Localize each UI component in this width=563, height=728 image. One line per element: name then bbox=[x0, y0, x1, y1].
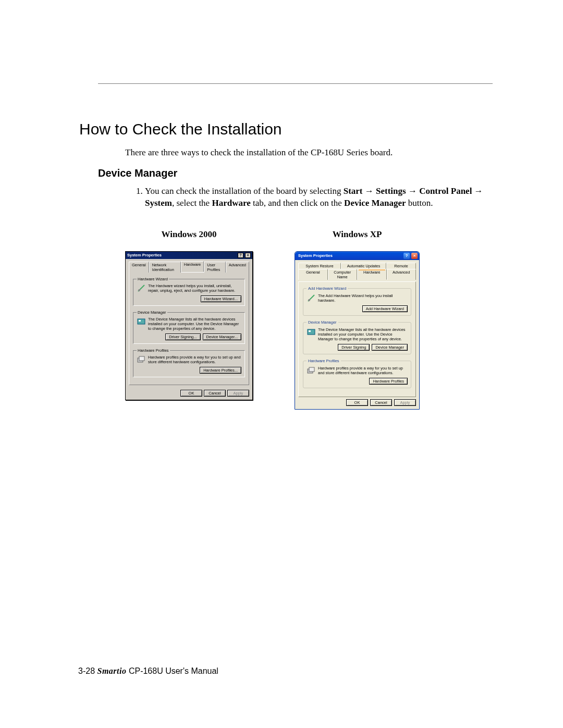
page-footer: 3-28 Smartio CP-168U User's Manual bbox=[78, 667, 218, 676]
hardware-profiles-button[interactable]: Hardware Profiles bbox=[369, 378, 408, 385]
legend-hardware-profiles: Hardware Profiles bbox=[137, 348, 170, 353]
hardware-tab-name: Hardware bbox=[212, 198, 250, 208]
tab-system-restore[interactable]: System Restore bbox=[298, 263, 341, 269]
profiles-icon bbox=[137, 355, 146, 364]
legend-hardware-wizard: Hardware Wizard bbox=[137, 277, 169, 281]
heading-main: How to Check the Installation bbox=[79, 120, 493, 138]
svg-rect-4 bbox=[139, 356, 144, 361]
tab-remote[interactable]: Remote bbox=[386, 263, 416, 269]
device-manager-text: The Device Manager lists all the hardwar… bbox=[148, 317, 241, 331]
path-system: System bbox=[145, 198, 172, 208]
column-heading-winxp: Windows XP bbox=[295, 229, 420, 240]
profiles-icon bbox=[307, 366, 316, 375]
svg-rect-7 bbox=[309, 330, 311, 332]
text-fragment: , select the bbox=[172, 198, 212, 208]
group-device-manager: Device Manager The Device Manager lists … bbox=[133, 310, 245, 344]
group-hardware-wizard: Hardware Wizard The Hardware wizard help… bbox=[133, 277, 245, 306]
group-hardware-profiles: Hardware Profiles Hardware profiles prov… bbox=[303, 359, 411, 388]
hardware-profiles-text: Hardware profiles provide a way for you … bbox=[148, 355, 241, 364]
svg-rect-2 bbox=[139, 320, 141, 322]
close-icon[interactable]: × bbox=[245, 253, 251, 258]
svg-rect-9 bbox=[309, 367, 314, 372]
window-title: System Properties bbox=[298, 253, 333, 258]
hardware-profiles-button[interactable]: Hardware Profiles... bbox=[200, 367, 241, 374]
legend-hardware-profiles: Hardware Profiles bbox=[307, 359, 341, 363]
hardware-wizard-text: The Hardware wizard helps you install, u… bbox=[148, 283, 241, 293]
column-heading-win2k: Windows 2000 bbox=[125, 229, 253, 240]
page-number: 3-28 bbox=[78, 667, 95, 675]
intro-paragraph: There are three ways to check the instal… bbox=[125, 147, 493, 158]
device-manager-name: Device Manager bbox=[344, 198, 406, 208]
device-manager-button[interactable]: Device Manager bbox=[372, 344, 408, 351]
column-windows-2000: Windows 2000 System Properties ? × Gener… bbox=[125, 229, 253, 410]
tab-general[interactable]: General bbox=[129, 262, 149, 273]
cancel-button[interactable]: Cancel bbox=[370, 399, 392, 406]
legend-add-hardware-wizard: Add Hardware Wizard bbox=[307, 286, 348, 291]
instruction-step-1: You can check the installation of the bo… bbox=[145, 186, 493, 209]
titlebar-win2k[interactable]: System Properties ? × bbox=[126, 252, 252, 259]
arrow-icon: → bbox=[365, 186, 374, 196]
apply-button: Apply bbox=[227, 390, 249, 397]
path-start: Start bbox=[344, 186, 363, 196]
tab-hardware[interactable]: Hardware bbox=[181, 261, 204, 272]
window-title: System Properties bbox=[127, 253, 162, 257]
text-fragment: button. bbox=[406, 198, 433, 208]
close-icon[interactable]: × bbox=[411, 253, 418, 259]
ok-button[interactable]: OK bbox=[180, 390, 202, 397]
tab-computer-name[interactable]: Computer Name bbox=[328, 269, 358, 280]
svg-point-0 bbox=[138, 289, 140, 291]
tab-hardware[interactable]: Hardware bbox=[357, 269, 387, 280]
dialog-system-properties-win2k: System Properties ? × General Network Id… bbox=[125, 251, 253, 400]
tools-icon bbox=[307, 293, 316, 303]
text-fragment: tab, and then click on the bbox=[251, 198, 344, 208]
tools-icon bbox=[137, 283, 146, 293]
brand-name: Smartio bbox=[97, 667, 126, 675]
group-device-manager: Device Manager The Device Manager lists … bbox=[303, 320, 411, 354]
cancel-button[interactable]: Cancel bbox=[204, 390, 226, 397]
driver-signing-button[interactable]: Driver Signing bbox=[338, 344, 370, 351]
svg-point-5 bbox=[308, 299, 310, 301]
column-windows-xp: Windows XP System Properties ? × System … bbox=[295, 229, 420, 410]
group-add-hardware-wizard: Add Hardware Wizard The Add Hardware Wiz… bbox=[303, 286, 411, 316]
tab-panel-hardware: Hardware Wizard The Hardware wizard help… bbox=[129, 272, 249, 385]
device-manager-button[interactable]: Device Manager... bbox=[203, 334, 241, 340]
text-fragment: You can check the installation of the bo… bbox=[145, 186, 344, 196]
path-settings: Settings bbox=[376, 186, 406, 196]
hardware-wizard-button[interactable]: Hardware Wizard... bbox=[201, 295, 241, 302]
tab-automatic-updates[interactable]: Automatic Updates bbox=[341, 263, 386, 269]
arrow-icon: → bbox=[408, 186, 417, 196]
arrow-icon: → bbox=[474, 186, 483, 196]
card-icon bbox=[307, 327, 316, 337]
help-icon[interactable]: ? bbox=[238, 253, 243, 258]
tabs-winxp: System Restore Automatic Updates Remote … bbox=[298, 263, 416, 280]
help-icon[interactable]: ? bbox=[403, 253, 410, 259]
ok-button[interactable]: OK bbox=[346, 399, 368, 406]
tabs-win2k: General Network Identification Hardware … bbox=[126, 259, 252, 272]
tab-network-identification[interactable]: Network Identification bbox=[149, 262, 181, 273]
add-hardware-wizard-button[interactable]: Add Hardware Wizard bbox=[362, 305, 408, 312]
manual-title: CP-168U User's Manual bbox=[126, 667, 218, 675]
heading-device-manager: Device Manager bbox=[98, 167, 493, 179]
hardware-profiles-text: Hardware profiles provide a way for you … bbox=[318, 366, 408, 375]
instruction-list: You can check the installation of the bo… bbox=[145, 186, 493, 209]
tab-panel-hardware: Add Hardware Wizard The Add Hardware Wiz… bbox=[298, 281, 416, 397]
tab-general[interactable]: General bbox=[298, 269, 328, 280]
legend-device-manager: Device Manager bbox=[137, 310, 167, 315]
tab-advanced[interactable]: Advanced bbox=[387, 269, 417, 280]
card-icon bbox=[137, 317, 146, 326]
dialog-system-properties-winxp: System Properties ? × System Restore Aut… bbox=[295, 251, 420, 410]
tab-user-profiles[interactable]: User Profiles bbox=[204, 262, 225, 273]
group-hardware-profiles: Hardware Profiles Hardware profiles prov… bbox=[133, 348, 245, 377]
divider-line bbox=[98, 83, 493, 84]
device-manager-text: The Device Manager lists all the hardwar… bbox=[318, 327, 408, 341]
tab-advanced[interactable]: Advanced bbox=[226, 262, 249, 273]
path-control-panel: Control Panel bbox=[419, 186, 472, 196]
apply-button: Apply bbox=[394, 399, 416, 406]
add-hardware-text: The Add Hardware Wizard helps you instal… bbox=[318, 293, 408, 303]
legend-device-manager: Device Manager bbox=[307, 320, 338, 325]
titlebar-winxp[interactable]: System Properties ? × bbox=[295, 252, 419, 260]
driver-signing-button[interactable]: Driver Signing... bbox=[165, 334, 200, 340]
